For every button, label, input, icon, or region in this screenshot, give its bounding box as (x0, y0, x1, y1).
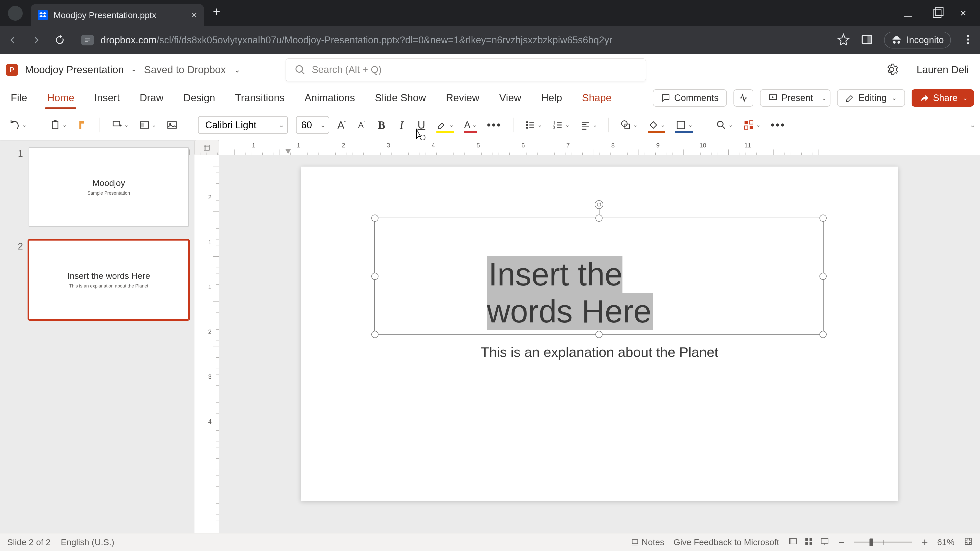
nav-back-button[interactable] (6, 34, 20, 46)
designer-button[interactable]: ⌄ (741, 116, 763, 134)
rotate-handle[interactable] (595, 200, 603, 209)
ribbon-tab-transitions[interactable]: Transitions (233, 87, 286, 109)
shapes-button[interactable]: ⌄ (617, 116, 640, 134)
tab-search-button[interactable] (0, 0, 30, 26)
ribbon-tab-review[interactable]: Review (444, 87, 481, 109)
layout-button[interactable]: ⌄ (136, 116, 159, 134)
ribbon-tab-design[interactable]: Design (181, 87, 218, 109)
language-status[interactable]: English (U.S.) (61, 537, 115, 547)
font-color-button[interactable]: A⌄ (461, 116, 479, 134)
slide-canvas[interactable]: Insert the words Here This is an explana… (301, 167, 898, 501)
ruler-corner-button[interactable] (194, 140, 219, 156)
title-dropdown-icon[interactable]: ⌄ (234, 65, 240, 74)
present-dropdown-button[interactable]: ⌄ (818, 89, 830, 106)
more-font-options-button[interactable]: ••• (484, 116, 504, 134)
highlight-color-button[interactable]: ⌄ (434, 116, 456, 134)
picture-button[interactable] (164, 116, 180, 134)
underline-button[interactable]: U (414, 116, 429, 134)
site-info-icon[interactable] (81, 35, 94, 45)
shrink-font-button[interactable]: Aˇ (354, 116, 369, 134)
fit-to-window-button[interactable] (964, 537, 973, 548)
resize-handle[interactable] (371, 214, 379, 222)
window-minimize-button[interactable] (904, 7, 912, 19)
reading-view-button[interactable] (820, 537, 829, 548)
resize-handle[interactable] (595, 214, 603, 222)
resize-handle[interactable] (371, 331, 379, 338)
catch-up-button[interactable] (733, 89, 753, 106)
browser-menu-icon[interactable] (962, 33, 974, 47)
omnibox[interactable]: dropbox.com/scl/fi/ds8xk05ovlytyxnalh07u… (81, 35, 828, 46)
paste-button[interactable]: ⌄ (47, 116, 69, 134)
find-button[interactable]: ⌄ (713, 116, 735, 134)
search-box[interactable]: Search (Alt + Q) (286, 59, 646, 81)
undo-button[interactable]: ⌄ (6, 116, 29, 134)
shape-outline-button[interactable]: ⌄ (673, 116, 695, 134)
zoom-in-button[interactable]: + (921, 536, 928, 548)
normal-view-button[interactable] (788, 537, 797, 548)
slide-counter[interactable]: Slide 2 of 2 (7, 537, 51, 547)
incognito-icon (891, 35, 902, 45)
bullets-button[interactable]: ⌄ (522, 116, 545, 134)
bookmark-star-icon[interactable] (837, 33, 850, 47)
slide-subtitle-text[interactable]: This is an explanation about the Planet (481, 344, 718, 360)
ribbon-tab-animations[interactable]: Animations (302, 87, 357, 109)
tab-close-button[interactable]: × (191, 10, 197, 20)
resize-handle[interactable] (819, 331, 827, 338)
new-tab-button[interactable]: + (204, 4, 229, 22)
slide-thumbnail-2[interactable]: 2 Insert the words Here This is an expla… (16, 240, 189, 320)
bold-button[interactable]: B (374, 116, 389, 134)
browser-tab[interactable]: Moodjoy Presentation.pptx × (30, 4, 204, 26)
ribbon-collapse-icon[interactable]: ⌄ (970, 121, 975, 129)
ribbon-tab-slideshow[interactable]: Slide Show (373, 87, 428, 109)
window-close-button[interactable]: × (960, 7, 966, 19)
ribbon-right-controls: Comments Present ⌄ Editing ⌄ Share ⌄ (653, 86, 974, 110)
user-name[interactable]: Lauren Deli (916, 64, 969, 76)
ribbon-tab-draw[interactable]: Draw (138, 87, 165, 109)
slide-thumbnail-1[interactable]: 1 Moodjoy Sample Presentation (16, 147, 189, 227)
font-family-select[interactable]: Calibri Light ⌄ (198, 116, 288, 134)
incognito-chip[interactable]: Incognito (884, 32, 951, 48)
resize-handle[interactable] (371, 273, 379, 280)
ribbon-tab-file[interactable]: File (9, 87, 29, 109)
notes-toggle[interactable]: Notes (631, 537, 664, 547)
zoom-out-button[interactable]: − (838, 536, 845, 548)
resize-handle[interactable] (819, 273, 827, 280)
ribbon-tab-help[interactable]: Help (539, 87, 564, 109)
editing-mode-button[interactable]: Editing ⌄ (837, 89, 905, 106)
nav-reload-button[interactable] (52, 34, 67, 46)
ribbon-tab-home[interactable]: Home (45, 87, 76, 109)
font-size-select[interactable]: 60 ⌄ (296, 116, 329, 134)
shape-fill-button[interactable]: ⌄ (645, 116, 668, 134)
align-button[interactable]: ⌄ (577, 116, 600, 134)
resize-handle[interactable] (595, 331, 603, 338)
ribbon-tab-shape[interactable]: Shape (580, 87, 614, 109)
ribbon-tab-view[interactable]: View (497, 87, 523, 109)
view-mode-buttons (788, 537, 829, 548)
numbering-button[interactable]: 123⌄ (550, 116, 572, 134)
title-textbox-selection[interactable]: Insert the words Here (374, 218, 824, 335)
format-painter-button[interactable] (75, 116, 91, 134)
settings-gear-icon[interactable] (885, 63, 898, 77)
italic-button[interactable]: I (394, 116, 409, 134)
window-maximize-button[interactable] (933, 7, 940, 19)
slide-thumbnail-panel[interactable]: 1 Moodjoy Sample Presentation 2 Insert t… (16, 140, 194, 533)
ribbon-tab-insert[interactable]: Insert (92, 87, 122, 109)
zoom-slider[interactable] (854, 541, 912, 543)
share-button[interactable]: Share ⌄ (912, 89, 974, 106)
grow-font-button[interactable]: Aˆ (334, 116, 349, 134)
thumbnail-number: 1 (16, 147, 23, 227)
horizontal-ruler[interactable]: 11234567891011 (219, 140, 980, 156)
comments-button[interactable]: Comments (653, 89, 727, 106)
side-panel-icon[interactable] (861, 33, 873, 47)
save-status[interactable]: Saved to Dropbox (144, 64, 226, 76)
document-title[interactable]: Moodjoy Presentation (25, 64, 124, 76)
present-button[interactable]: Present (760, 89, 821, 106)
feedback-link[interactable]: Give Feedback to Microsoft (673, 537, 779, 547)
resize-handle[interactable] (819, 214, 827, 222)
new-slide-button[interactable]: ⌄ (109, 116, 131, 134)
sorter-view-button[interactable] (804, 537, 813, 548)
slide-title-text[interactable]: Insert the words Here (487, 256, 711, 330)
more-commands-button[interactable]: ••• (768, 116, 788, 134)
zoom-percent[interactable]: 61% (937, 537, 955, 547)
vertical-ruler[interactable]: 211234 (194, 156, 219, 533)
